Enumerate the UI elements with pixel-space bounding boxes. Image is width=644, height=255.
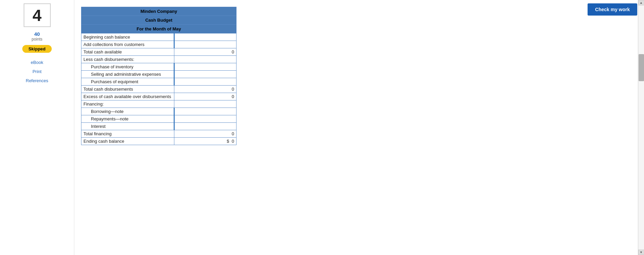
total-cash-available-value: 0 [232, 49, 234, 54]
row-label: Excess of cash available over disburseme… [81, 93, 174, 100]
row-value: 0 [174, 93, 237, 100]
scrollbar-thumb[interactable] [639, 54, 644, 81]
row-value: 0 [174, 130, 237, 138]
sidebar-links: eBook Print References [0, 59, 74, 84]
table-row: Total financing 0 [81, 130, 237, 138]
row-input[interactable] [174, 71, 237, 78]
scrollbar-track[interactable] [638, 5, 644, 250]
purchase-inventory-input[interactable] [177, 64, 231, 69]
row-input[interactable] [174, 33, 237, 41]
status-badge: Skipped [22, 45, 52, 53]
points-number: 40 [31, 31, 42, 37]
row-label: Total cash available [81, 48, 174, 56]
sidebar: 4 40 points Skipped eBook Print Referenc… [0, 0, 74, 255]
table-header-row-2: Cash Budget [81, 16, 237, 25]
row-label: Total financing [81, 130, 174, 138]
row-label: Selling and administrative expenses [81, 71, 174, 78]
row-value: 0 [174, 48, 237, 56]
check-my-work-button[interactable]: Check my work [588, 3, 637, 16]
ebook-link[interactable]: eBook [20, 59, 54, 66]
table-row: Less cash disbursements: [81, 56, 237, 63]
scrollbar[interactable]: ▲ ▼ [638, 0, 644, 255]
table-row: Beginning cash balance [81, 33, 237, 41]
table-row: Purchase of inventory [81, 63, 237, 71]
table-row: Selling and administrative expenses [81, 71, 237, 78]
row-label: Beginning cash balance [81, 33, 174, 41]
row-label: Total cash disbursements [81, 86, 174, 93]
row-input[interactable] [174, 78, 237, 86]
row-label: Purchase of inventory [81, 63, 174, 71]
table-row: Repayments—note [81, 115, 237, 123]
row-value: $ 0 [174, 138, 237, 145]
scrollbar-down-arrow[interactable]: ▼ [638, 250, 644, 255]
collections-input[interactable] [177, 42, 231, 47]
table-row: Interest [81, 123, 237, 130]
points-label: points [31, 37, 42, 42]
footer-space [81, 145, 631, 213]
total-disbursements-value: 0 [232, 87, 234, 92]
row-input[interactable] [174, 63, 237, 71]
row-label: Purchases of equipment [81, 78, 174, 86]
row-label: Add collections from customers [81, 41, 174, 48]
table-row: Total cash disbursements 0 [81, 86, 237, 93]
beginning-cash-input[interactable] [177, 34, 231, 40]
row-label: Ending cash balance [81, 138, 174, 145]
scrollbar-up-arrow[interactable]: ▲ [638, 0, 644, 5]
borrowing-note-input[interactable] [177, 109, 231, 114]
budget-table: Minden Company Cash Budget For the Month… [81, 7, 237, 145]
ending-cash-value: 0 [232, 139, 234, 144]
table-title-3: For the Month of May [81, 25, 237, 33]
table-row: Borrowing—note [81, 108, 237, 115]
question-number: 4 [32, 6, 42, 25]
table-row: Add collections from customers [81, 41, 237, 48]
row-input[interactable] [174, 123, 237, 130]
row-label: Less cash disbursements: [81, 56, 174, 63]
question-number-box: 4 [24, 3, 51, 27]
row-input[interactable] [174, 108, 237, 115]
references-link[interactable]: References [20, 77, 54, 84]
print-link[interactable]: Print [20, 68, 54, 75]
row-label: Borrowing—note [81, 108, 174, 115]
purchases-equipment-input[interactable] [177, 79, 231, 84]
table-title-1: Minden Company [81, 7, 237, 16]
row-label: Interest [81, 123, 174, 130]
dollar-sign: $ [227, 139, 229, 144]
selling-admin-input[interactable] [177, 72, 231, 77]
row-input[interactable] [174, 115, 237, 123]
table-row: Ending cash balance $ 0 [81, 138, 237, 145]
table-row: Financing: [81, 100, 237, 108]
interest-input[interactable] [177, 124, 231, 129]
main-content: Check my work Minden Company Cash Budget… [74, 0, 638, 255]
points-section: 40 points [31, 31, 42, 42]
table-header-row-1: Minden Company [81, 7, 237, 16]
repayments-note-input[interactable] [177, 116, 231, 121]
row-label: Financing: [81, 100, 174, 108]
row-empty [174, 56, 237, 63]
total-financing-value: 0 [232, 131, 234, 136]
table-header-row-3: For the Month of May [81, 25, 237, 33]
row-label: Repayments—note [81, 115, 174, 123]
row-input[interactable] [174, 41, 237, 48]
table-row: Total cash available 0 [81, 48, 237, 56]
row-empty [174, 100, 237, 108]
excess-cash-value: 0 [232, 94, 234, 99]
row-value: 0 [174, 86, 237, 93]
page-wrapper: 4 40 points Skipped eBook Print Referenc… [0, 0, 644, 255]
table-row: Purchases of equipment [81, 78, 237, 86]
table-title-2: Cash Budget [81, 16, 237, 25]
table-row: Excess of cash available over disburseme… [81, 93, 237, 100]
